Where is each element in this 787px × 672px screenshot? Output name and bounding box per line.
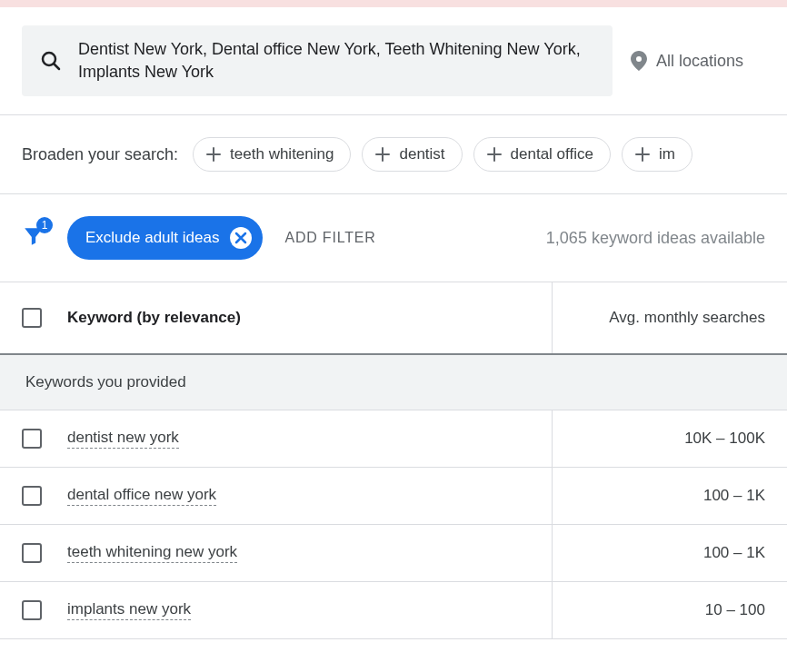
broaden-chip-3[interactable]: im <box>622 137 692 172</box>
active-filter-label: Exclude adult ideas <box>85 229 219 247</box>
keywords-provided-section: Keywords you provided <box>0 355 787 410</box>
keyword-cell: dental office new york <box>0 468 553 524</box>
ideas-count: 1,065 keyword ideas available <box>546 229 765 248</box>
searches-header-label[interactable]: Avg. monthly searches <box>609 309 765 327</box>
broaden-chip-1[interactable]: dentist <box>362 137 462 172</box>
keyword-text[interactable]: dentist new york <box>67 429 179 449</box>
remove-filter-button[interactable] <box>230 227 252 249</box>
filter-count-badge: 1 <box>36 217 53 233</box>
search-box[interactable]: Dentist New York, Dental office New York… <box>22 25 613 96</box>
broaden-chip-0[interactable]: teeth whitening <box>193 137 351 172</box>
table-row: dentist new york 10K – 100K <box>0 410 787 468</box>
plus-icon <box>635 147 650 162</box>
keyword-text[interactable]: implants new york <box>67 600 191 620</box>
top-accent-bar <box>0 0 787 7</box>
plus-icon <box>487 147 502 162</box>
filter-bar: 1 Exclude adult ideas ADD FILTER 1,065 k… <box>0 194 787 282</box>
search-section: Dentist New York, Dental office New York… <box>0 7 787 115</box>
row-checkbox[interactable] <box>22 543 42 563</box>
row-checkbox[interactable] <box>22 486 42 506</box>
broaden-chip-2[interactable]: dental office <box>473 137 611 172</box>
header-searches-column: Avg. monthly searches <box>553 282 787 353</box>
active-filter-chip[interactable]: Exclude adult ideas <box>67 216 263 260</box>
close-icon <box>234 232 247 244</box>
row-checkbox[interactable] <box>22 600 42 620</box>
searches-cell: 100 – 1K <box>553 525 787 581</box>
filter-funnel-button[interactable]: 1 <box>22 224 45 252</box>
add-filter-button[interactable]: ADD FILTER <box>284 230 375 246</box>
row-checkbox[interactable] <box>22 429 42 449</box>
search-query: Dentist New York, Dental office New York… <box>78 38 594 84</box>
table-row: dental office new york 100 – 1K <box>0 468 787 525</box>
location-label: All locations <box>656 52 743 71</box>
keyword-text[interactable]: dental office new york <box>67 486 216 506</box>
search-icon <box>40 50 62 72</box>
plus-icon <box>206 147 221 162</box>
searches-cell: 10 – 100 <box>553 582 787 638</box>
table-header: Keyword (by relevance) Avg. monthly sear… <box>0 282 787 355</box>
searches-cell: 10K – 100K <box>553 410 787 467</box>
table-row: implants new york 10 – 100 <box>0 582 787 639</box>
broaden-label: Broaden your search: <box>22 145 178 164</box>
select-all-checkbox[interactable] <box>22 308 42 328</box>
keyword-cell: teeth whitening new york <box>0 525 553 581</box>
svg-line-1 <box>55 64 60 70</box>
searches-cell: 100 – 1K <box>553 468 787 524</box>
header-keyword-column: Keyword (by relevance) <box>0 282 553 353</box>
location-pin-icon <box>631 51 647 71</box>
keyword-cell: implants new york <box>0 582 553 638</box>
broaden-section: Broaden your search: teeth whitening den… <box>0 115 787 194</box>
keyword-cell: dentist new york <box>0 410 553 467</box>
keyword-text[interactable]: teeth whitening new york <box>67 543 237 563</box>
keyword-header-label[interactable]: Keyword (by relevance) <box>67 309 241 327</box>
table-row: teeth whitening new york 100 – 1K <box>0 525 787 582</box>
plus-icon <box>375 147 390 162</box>
location-filter[interactable]: All locations <box>631 51 743 71</box>
